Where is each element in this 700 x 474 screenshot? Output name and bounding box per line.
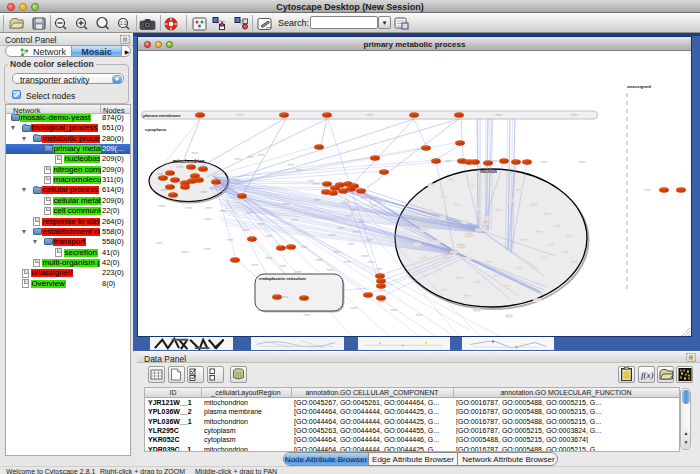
svg-text:nucleus: nucleus: [480, 169, 498, 174]
svg-text:cytoplasm: cytoplasm: [145, 127, 166, 132]
svg-text:unassigned: unassigned: [627, 84, 651, 89]
svg-text:1:1: 1:1: [120, 21, 127, 26]
svg-text:endoplasmic reticulum: endoplasmic reticulum: [259, 276, 306, 281]
svg-text:mitochondrion: mitochondrion: [173, 159, 205, 164]
svg-text:plasma membrane: plasma membrane: [143, 113, 181, 118]
svg-text:f(x): f(x): [641, 370, 654, 380]
